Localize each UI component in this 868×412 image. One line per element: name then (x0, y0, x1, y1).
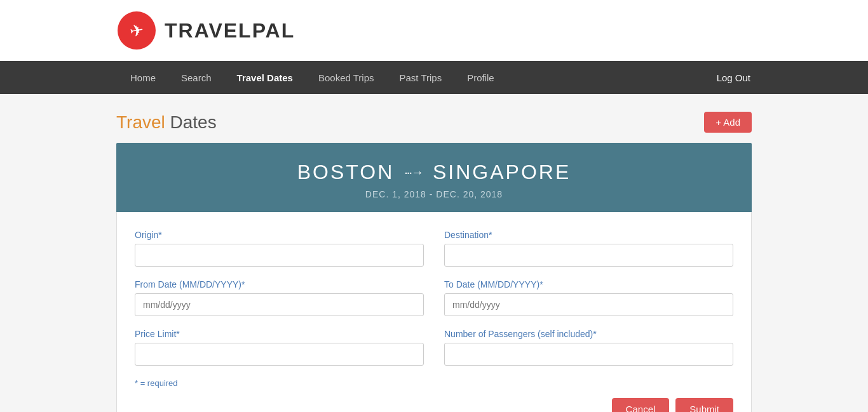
nav-home[interactable]: Home (118, 61, 168, 94)
destination-input[interactable] (444, 244, 733, 267)
title-normal: Dates (165, 112, 217, 132)
trip-dates: DEC. 1, 2018 - DEC. 20, 2018 (129, 189, 739, 199)
from-date-group: From Date (MM/DD/YYYY)* (135, 279, 424, 316)
nav-profile[interactable]: Profile (454, 61, 507, 94)
price-limit-group: Price Limit* (135, 329, 424, 366)
price-limit-input[interactable] (135, 343, 424, 366)
origin-label: Origin* (135, 230, 424, 240)
logo-text: TRAVELPAL (165, 19, 295, 43)
from-date-input[interactable] (135, 293, 424, 316)
form-card: Origin* Destination* From Date (MM/DD/YY… (116, 212, 752, 412)
nav-booked-trips[interactable]: Booked Trips (306, 61, 387, 94)
nav-travel-dates[interactable]: Travel Dates (224, 61, 306, 94)
logo-icon: ✈ (118, 11, 156, 50)
page-title-row: Travel Dates + Add (116, 112, 752, 133)
from-date-label: From Date (MM/DD/YYYY)* (135, 279, 424, 289)
logout-button[interactable]: Log Out (717, 72, 750, 83)
to-date-group: To Date (MM/DD/YYYY)* (444, 279, 733, 316)
title-highlight: Travel (116, 112, 165, 132)
destination-group: Destination* (444, 230, 733, 267)
passengers-input[interactable] (444, 343, 733, 366)
origin-group: Origin* (135, 230, 424, 267)
form-actions: Cancel Submit (135, 398, 733, 412)
to-date-label: To Date (MM/DD/YYYY)* (444, 279, 733, 289)
submit-button[interactable]: Submit (675, 398, 733, 412)
origin-input[interactable] (135, 244, 424, 267)
price-limit-label: Price Limit* (135, 329, 424, 339)
main-content: Travel Dates + Add BOSTON ···→ SINGAPORE… (116, 94, 752, 412)
add-button[interactable]: + Add (704, 112, 752, 133)
origin-destination-row: Origin* Destination* (135, 230, 733, 267)
to-date-input[interactable] (444, 293, 733, 316)
logo-area: ✈ TRAVELPAL (0, 0, 868, 61)
plane-icon: ✈ (128, 20, 145, 41)
trip-banner: BOSTON ···→ SINGAPORE DEC. 1, 2018 - DEC… (116, 143, 752, 212)
price-passengers-row: Price Limit* Number of Passengers (self … (135, 329, 733, 366)
dates-row: From Date (MM/DD/YYYY)* To Date (MM/DD/Y… (135, 279, 733, 316)
nav-search[interactable]: Search (168, 61, 224, 94)
destination-label: Destination* (444, 230, 733, 240)
trip-destination: SINGAPORE (433, 161, 571, 184)
nav-links: Home Search Travel Dates Booked Trips Pa… (118, 61, 717, 94)
passengers-label: Number of Passengers (self included)* (444, 329, 733, 339)
page-title: Travel Dates (116, 112, 217, 133)
required-note: * = required (135, 378, 733, 388)
cancel-button[interactable]: Cancel (612, 398, 670, 412)
trip-origin: BOSTON (297, 161, 395, 184)
navbar: Home Search Travel Dates Booked Trips Pa… (0, 61, 868, 94)
trip-route: BOSTON ···→ SINGAPORE (129, 161, 739, 184)
route-arrow: ···→ (404, 165, 423, 180)
passengers-group: Number of Passengers (self included)* (444, 329, 733, 366)
nav-past-trips[interactable]: Past Trips (386, 61, 454, 94)
